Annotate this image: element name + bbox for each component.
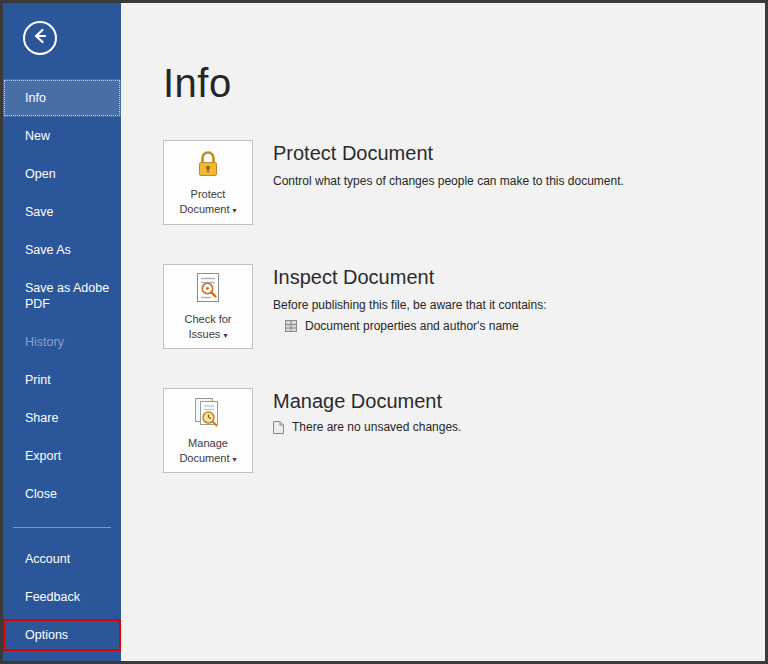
check-for-issues-button[interactable]: Check for Issues ▾	[163, 264, 253, 349]
section-heading: Inspect Document	[273, 266, 547, 289]
check-for-issues-button-label: Check for Issues ▾	[184, 312, 231, 342]
properties-icon	[285, 320, 297, 332]
manage-bullet-item: There are no unsaved changes.	[273, 420, 461, 434]
section-heading: Protect Document	[273, 142, 624, 165]
page-title: Info	[163, 61, 735, 106]
manage-document-button[interactable]: Manage Document ▾	[163, 388, 253, 473]
sidebar-item-feedback[interactable]: Feedback	[3, 578, 121, 616]
dropdown-caret-icon: ▾	[233, 455, 237, 464]
lock-icon	[193, 149, 223, 182]
word-backstage-window: Info New Open Save Save As Save as Adobe…	[0, 0, 768, 664]
bullet-text: Document properties and author's name	[305, 319, 519, 333]
sidebar-divider	[13, 527, 111, 528]
sidebar-item-history: History	[3, 323, 121, 361]
dropdown-caret-icon: ▾	[233, 206, 237, 215]
backstage-nav: Info New Open Save Save As Save as Adobe…	[3, 79, 121, 513]
bullet-text: There are no unsaved changes.	[292, 420, 461, 434]
sidebar-item-save[interactable]: Save	[3, 193, 121, 231]
manage-document-button-label: Manage Document ▾	[179, 436, 236, 466]
sidebar-item-account[interactable]: Account	[3, 540, 121, 578]
protect-document-text: Protect Document Control what types of c…	[273, 140, 624, 225]
info-page: Info Protect Document ▾	[121, 3, 765, 661]
inspect-document-text: Inspect Document Before publishing this …	[273, 264, 547, 349]
backstage-sidebar: Info New Open Save Save As Save as Adobe…	[3, 3, 121, 661]
dropdown-caret-icon: ▾	[223, 331, 227, 340]
manage-document-section: Manage Document ▾ Manage Document There …	[163, 388, 735, 473]
sidebar-item-export[interactable]: Export	[3, 437, 121, 475]
sidebar-item-close[interactable]: Close	[3, 475, 121, 513]
section-description: Before publishing this file, be aware th…	[273, 296, 547, 314]
inspect-document-icon	[193, 272, 223, 307]
sidebar-item-save-as-adobe-pdf[interactable]: Save as Adobe PDF	[3, 269, 121, 323]
protect-document-button[interactable]: Protect Document ▾	[163, 140, 253, 225]
manage-document-icon	[192, 396, 224, 431]
sidebar-item-options[interactable]: Options	[3, 619, 121, 651]
inspect-document-section: Check for Issues ▾ Inspect Document Befo…	[163, 264, 735, 349]
sidebar-item-print[interactable]: Print	[3, 361, 121, 399]
back-arrow-icon	[30, 26, 50, 50]
backstage-nav-bottom: Account Feedback Options	[3, 540, 121, 654]
protect-document-button-label: Protect Document ▾	[179, 187, 236, 217]
sidebar-item-new[interactable]: New	[3, 117, 121, 155]
sidebar-item-open[interactable]: Open	[3, 155, 121, 193]
manage-document-text: Manage Document There are no unsaved cha…	[273, 388, 461, 473]
sidebar-item-info[interactable]: Info	[3, 79, 121, 117]
section-heading: Manage Document	[273, 390, 461, 413]
sidebar-item-share[interactable]: Share	[3, 399, 121, 437]
back-button[interactable]	[23, 21, 57, 55]
document-icon	[273, 421, 284, 434]
protect-document-section: Protect Document ▾ Protect Document Cont…	[163, 140, 735, 225]
inspect-bullet-item: Document properties and author's name	[285, 319, 547, 333]
sidebar-item-save-as[interactable]: Save As	[3, 231, 121, 269]
section-description: Control what types of changes people can…	[273, 172, 624, 190]
